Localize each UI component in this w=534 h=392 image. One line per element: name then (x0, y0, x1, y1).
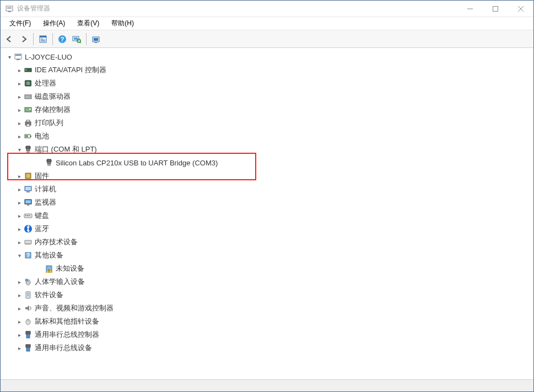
expander-icon[interactable]: ▸ (15, 105, 24, 114)
expander-icon[interactable]: ▸ (15, 343, 24, 352)
tree-item-19[interactable]: ▸通用串行总线设备 (2, 341, 533, 355)
expander-icon[interactable] (36, 158, 45, 167)
toolbar: ? (1, 30, 533, 48)
tree-node-label: 蓝牙 (35, 224, 49, 234)
tree-item-18[interactable]: ▸通用串行总线控制器 (2, 328, 533, 341)
tree-node-label: 存储控制器 (35, 105, 71, 115)
help-button[interactable]: ? (56, 33, 69, 46)
svg-rect-45 (25, 135, 28, 137)
tree-item-11[interactable]: ▸蓝牙 (2, 222, 533, 235)
svg-rect-12 (41, 41, 45, 41)
toolbar-separator (33, 33, 34, 45)
expander-icon[interactable]: ▸ (15, 79, 24, 88)
expander-icon[interactable]: ▸ (15, 238, 24, 246)
root-icon (14, 52, 23, 61)
tree-item-9[interactable]: ▸监视器 (2, 196, 533, 209)
expander-icon[interactable]: ▸ (15, 211, 24, 220)
svg-rect-41 (26, 120, 30, 122)
ide-icon (24, 66, 33, 74)
tree-item-15[interactable]: ▸软件设备 (2, 288, 533, 302)
svg-text:!: ! (48, 269, 50, 273)
close-button[interactable] (508, 1, 533, 17)
svg-rect-5 (493, 6, 498, 11)
menu-action[interactable]: 操作(A) (37, 17, 71, 30)
tree-root[interactable]: ▾L-JOYCE-LUO (2, 50, 533, 63)
svg-rect-63 (27, 205, 29, 206)
tree-node-label: 鼠标和其他指针设备 (35, 316, 99, 326)
expander-icon[interactable] (36, 264, 45, 273)
svg-rect-66 (27, 215, 28, 216)
tree-item-13-0[interactable]: !未知设备 (2, 262, 533, 275)
app-icon (5, 4, 14, 13)
svg-rect-44 (30, 136, 31, 137)
svg-text:?: ? (26, 253, 30, 259)
tree-item-4[interactable]: ▸打印队列 (2, 116, 533, 130)
tree-item-1[interactable]: ▸处理器 (2, 77, 533, 90)
expander-icon[interactable]: ▸ (15, 198, 24, 207)
svg-rect-74 (30, 244, 30, 245)
printer-icon (24, 119, 33, 127)
tree-item-14[interactable]: ▸人体学输入设备 (2, 275, 533, 288)
menu-view[interactable]: 查看(V) (72, 17, 105, 30)
unknown-icon: ! (45, 264, 53, 273)
expander-icon[interactable]: ▸ (15, 277, 24, 286)
bluetooth-icon (24, 224, 33, 233)
tree-item-17[interactable]: ▸鼠标和其他指针设备 (2, 315, 533, 328)
tree-item-10[interactable]: ▸键盘 (2, 209, 533, 222)
scan-hardware-button[interactable] (70, 33, 83, 46)
expander-icon[interactable]: ▸ (15, 132, 24, 141)
tree-item-13[interactable]: ▾?其他设备 (2, 249, 533, 262)
tree-node-label: 声音、视频和游戏控制器 (35, 303, 114, 313)
expander-icon[interactable]: ▾ (5, 52, 14, 61)
properties-button[interactable] (36, 33, 50, 46)
svg-rect-59 (25, 187, 31, 190)
svg-rect-51 (47, 159, 51, 162)
expander-icon[interactable]: ▸ (15, 185, 24, 194)
tree-node-label: 通用串行总线控制器 (35, 330, 99, 340)
expander-icon[interactable]: ▸ (15, 66, 24, 74)
expander-icon[interactable]: ▸ (15, 304, 24, 313)
expander-icon[interactable]: ▸ (15, 92, 24, 101)
tree-item-2[interactable]: ▸磁盘驱动器 (2, 90, 533, 103)
tree-item-5[interactable]: ▸电池 (2, 130, 533, 143)
expander-icon[interactable]: ▾ (15, 145, 24, 154)
svg-rect-1 (7, 7, 12, 8)
tree-item-7[interactable]: ▸固件 (2, 169, 533, 182)
toolbar-separator (52, 33, 53, 45)
mouse-icon (24, 317, 33, 326)
expander-icon[interactable]: ▾ (15, 251, 24, 260)
back-button[interactable] (3, 33, 16, 46)
expander-icon[interactable]: ▸ (15, 224, 24, 233)
forward-button[interactable] (17, 33, 30, 46)
tree-item-8[interactable]: ▸计算机 (2, 182, 533, 196)
expander-icon[interactable]: ▸ (15, 119, 24, 127)
svg-rect-88 (26, 334, 30, 338)
svg-rect-46 (26, 146, 30, 149)
svg-rect-20 (94, 38, 98, 41)
expander-icon[interactable]: ▸ (15, 317, 24, 326)
svg-point-37 (29, 96, 30, 97)
tree-item-6-0[interactable]: Silicon Labs CP210x USB to UART Bridge (… (2, 156, 533, 169)
tree-item-0[interactable]: ▸IDE ATA/ATAPI 控制器 (2, 63, 533, 77)
tree-item-6[interactable]: ▾端口 (COM 和 LPT) (2, 143, 533, 156)
tree-item-3[interactable]: ▸存储控制器 (2, 103, 533, 116)
expander-icon[interactable]: ▸ (15, 291, 24, 299)
svg-rect-71 (26, 244, 27, 245)
svg-rect-9 (40, 36, 46, 37)
expander-icon[interactable]: ▸ (15, 171, 24, 180)
menu-help[interactable]: 帮助(H) (106, 17, 139, 30)
tree-node-label: 监视器 (35, 197, 56, 207)
svg-rect-23 (15, 55, 21, 56)
show-hidden-button[interactable] (89, 33, 103, 46)
minimize-button[interactable] (457, 1, 483, 17)
expander-icon[interactable]: ▸ (15, 330, 24, 339)
toolbar-separator (86, 33, 87, 45)
maximize-button[interactable] (483, 1, 508, 17)
tree-item-16[interactable]: ▸声音、视频和游戏控制器 (2, 302, 533, 315)
tree-item-12[interactable]: ▸内存技术设备 (2, 235, 533, 249)
menu-file[interactable]: 文件(F) (4, 17, 36, 30)
tree-node-label: 打印队列 (35, 118, 63, 128)
svg-rect-39 (29, 109, 31, 110)
audio-icon (24, 304, 33, 313)
device-tree[interactable]: ▾L-JOYCE-LUO▸IDE ATA/ATAPI 控制器▸处理器▸磁盘驱动器… (1, 48, 533, 379)
